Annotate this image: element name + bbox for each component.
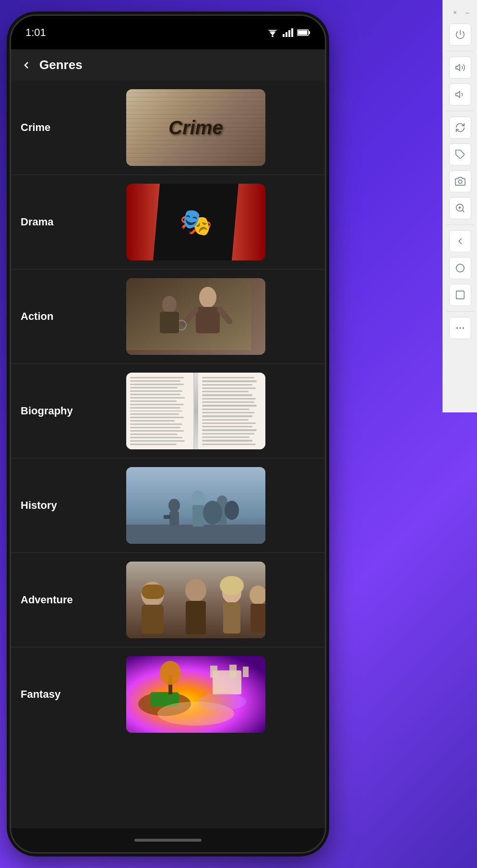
list-item[interactable]: Biography (11, 364, 325, 458)
top-bar: Genres (11, 49, 325, 81)
minimize-button[interactable]: – (465, 9, 469, 16)
genre-thumb-drama: 🎭 (126, 184, 265, 260)
genre-label-fantasy: Fantasy (21, 688, 117, 701)
svg-line-56 (462, 210, 464, 212)
genre-thumb-crime: Crime (126, 89, 265, 166)
svg-rect-24 (192, 505, 204, 527)
genre-label-adventure: Adventure (21, 594, 117, 606)
svg-rect-60 (456, 291, 464, 299)
crime-thumb-text: Crime (168, 117, 223, 139)
svg-rect-8 (298, 31, 308, 35)
svg-point-59 (456, 264, 464, 272)
back-button[interactable] (21, 59, 32, 71)
list-item[interactable]: Action (11, 270, 325, 364)
status-icons (266, 28, 310, 37)
phone-screen: Genres Crime Crime Drama 🎭 (11, 49, 325, 852)
volume-up-button[interactable] (449, 57, 471, 79)
genre-label-crime: Crime (21, 121, 117, 134)
book-page-left (126, 373, 194, 449)
zoom-in-button[interactable] (449, 197, 471, 219)
svg-point-20 (168, 499, 180, 512)
genre-thumb-history (126, 467, 265, 544)
genre-list[interactable]: Crime Crime Drama 🎭 (11, 81, 325, 828)
svg-point-2 (272, 35, 274, 37)
svg-rect-39 (250, 604, 265, 633)
camera-button[interactable] (449, 170, 471, 192)
genre-thumb-biography (126, 373, 265, 449)
list-item[interactable]: Adventure (11, 553, 325, 647)
svg-point-33 (185, 579, 206, 602)
power-button[interactable] (449, 23, 471, 46)
history-scene (126, 467, 265, 544)
genre-thumb-fantasy (126, 656, 265, 733)
book-page-right (198, 373, 265, 449)
home-nav-button[interactable] (449, 257, 471, 279)
emulator-panel: × – (442, 0, 477, 412)
svg-rect-9 (309, 31, 310, 34)
svg-rect-47 (229, 665, 237, 678)
overview-nav-button[interactable] (449, 284, 471, 306)
genre-label-drama: Drama (21, 216, 117, 228)
svg-point-54 (458, 180, 462, 183)
svg-point-11 (199, 287, 216, 308)
svg-marker-51 (455, 65, 459, 71)
page-title: Genres (39, 58, 83, 72)
curtain-right (232, 184, 265, 260)
svg-rect-22 (164, 515, 170, 519)
action-silhouette (126, 278, 251, 350)
svg-point-62 (463, 328, 464, 328)
svg-rect-34 (186, 601, 206, 634)
back-nav-button[interactable] (449, 230, 471, 252)
genre-label-action: Action (21, 310, 117, 323)
svg-point-44 (160, 661, 181, 685)
svg-rect-31 (142, 605, 164, 633)
volume-down-button[interactable] (449, 83, 471, 106)
svg-point-23 (191, 491, 205, 506)
svg-point-16 (162, 296, 177, 313)
svg-point-28 (225, 501, 239, 520)
svg-rect-48 (243, 667, 249, 677)
separator (446, 311, 474, 312)
mask-emoji: 🎭 (179, 207, 213, 238)
svg-rect-3 (283, 34, 285, 37)
signal-icon (283, 28, 293, 37)
genre-label-history: History (21, 499, 117, 512)
svg-rect-12 (196, 307, 220, 333)
svg-rect-17 (160, 312, 179, 333)
tag-button[interactable] (449, 143, 471, 165)
svg-rect-46 (210, 666, 217, 678)
battery-icon (297, 29, 310, 36)
curtain-left (126, 184, 160, 260)
genre-thumb-action (126, 278, 265, 355)
adventure-scene (126, 562, 265, 638)
home-indicator (134, 839, 202, 842)
svg-rect-21 (169, 511, 179, 526)
separator (446, 111, 474, 111)
list-item[interactable]: Fantasy (11, 647, 325, 741)
svg-point-50 (198, 693, 246, 710)
wifi-icon (266, 28, 279, 37)
status-time: 1:01 (25, 26, 46, 39)
svg-rect-5 (288, 30, 290, 37)
window-controls[interactable]: × – (443, 5, 477, 20)
svg-rect-6 (291, 28, 293, 37)
list-item[interactable]: Drama 🎭 (11, 175, 325, 270)
phone-bottom (11, 828, 325, 852)
phone-frame: 1:01 (10, 14, 326, 854)
svg-rect-19 (126, 525, 265, 544)
genre-thumb-adventure (126, 562, 265, 638)
svg-point-37 (220, 576, 244, 595)
list-item[interactable]: Crime Crime (11, 81, 325, 175)
more-button[interactable] (449, 317, 471, 339)
separator (446, 51, 474, 51)
fantasy-scene (126, 656, 265, 733)
svg-marker-1 (268, 30, 277, 34)
svg-point-27 (203, 501, 222, 525)
book-spine (194, 373, 198, 449)
rotate-button[interactable] (449, 117, 471, 139)
svg-rect-32 (142, 585, 165, 599)
svg-rect-36 (223, 602, 240, 633)
list-item[interactable]: History (11, 458, 325, 553)
separator (446, 224, 474, 225)
close-button[interactable]: × (453, 9, 457, 16)
